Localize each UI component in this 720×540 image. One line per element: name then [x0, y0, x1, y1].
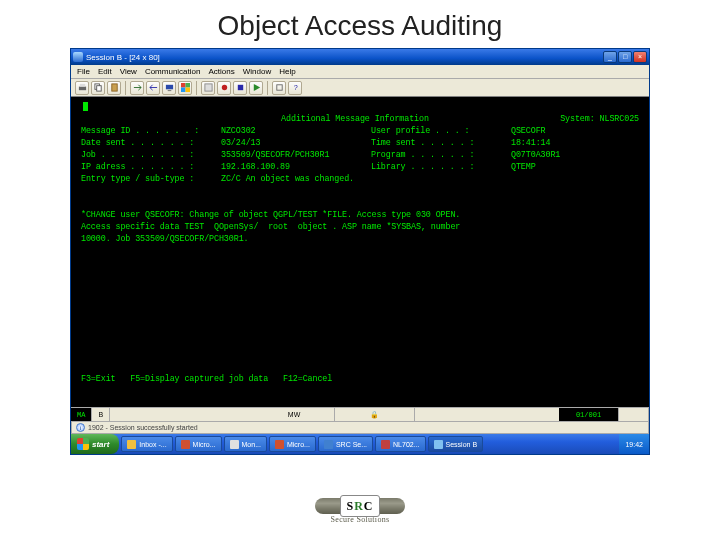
- datesent-label: Date sent . . . . . . :: [81, 137, 221, 149]
- toolbar-play-icon[interactable]: [249, 81, 263, 95]
- svg-point-12: [221, 85, 226, 90]
- oaa-statusbar: MA B MW 🔒 01/001: [71, 407, 649, 421]
- taskbar-item-3[interactable]: Mon...: [224, 436, 267, 452]
- svg-rect-1: [79, 84, 84, 87]
- info-icon: i: [76, 423, 85, 432]
- menu-help[interactable]: Help: [275, 67, 299, 76]
- menubar: File Edit View Communication Actions Win…: [71, 65, 649, 79]
- library-label: Library . . . . . . :: [371, 161, 511, 173]
- function-keys: F3=Exit F5=Display captured job data F12…: [81, 373, 639, 385]
- taskbar-item-6[interactable]: NL702...: [375, 436, 425, 452]
- svg-rect-5: [165, 85, 172, 90]
- toolbar-print-icon[interactable]: [75, 81, 89, 95]
- svg-rect-6: [167, 90, 171, 91]
- menu-actions[interactable]: Actions: [204, 67, 238, 76]
- toolbar-send-icon[interactable]: [130, 81, 144, 95]
- tray-clock: 19:42: [625, 441, 643, 448]
- svg-rect-4: [111, 84, 116, 91]
- ipaddress-label: IP adress . . . . . . :: [81, 161, 221, 173]
- timesent-label: Time sent . . . . . :: [371, 137, 511, 149]
- start-label: start: [92, 440, 109, 449]
- logo-r: R: [354, 499, 364, 514]
- svg-rect-9: [181, 88, 186, 93]
- menu-communication[interactable]: Communication: [141, 67, 205, 76]
- toolbar-config-icon[interactable]: [272, 81, 286, 95]
- svg-rect-11: [204, 84, 211, 91]
- screen-title: Additional Message Information: [221, 113, 489, 125]
- system-label: System:: [560, 114, 594, 124]
- status-mw: MW: [255, 408, 335, 421]
- taskbar: start Inbox -... Micro... Mon... Micro..…: [71, 434, 649, 454]
- menu-file[interactable]: File: [73, 67, 94, 76]
- svg-rect-10: [185, 88, 190, 93]
- msgid-value: NZCO302: [221, 125, 371, 137]
- system-tray[interactable]: 19:42: [619, 434, 649, 454]
- entrytype-label: Entry type / sub-type :: [81, 173, 221, 185]
- message-bar: i 1902 - Session successfully started: [71, 421, 649, 434]
- maximize-button[interactable]: □: [618, 51, 632, 63]
- status-b: B: [92, 408, 110, 421]
- job-label: Job . . . . . . . . . :: [81, 149, 221, 161]
- cursor-icon: [83, 102, 88, 111]
- svg-rect-13: [237, 85, 242, 90]
- taskbar-item-1[interactable]: Inbox -...: [121, 436, 172, 452]
- start-button[interactable]: start: [71, 434, 119, 454]
- toolbar-paste-icon[interactable]: [107, 81, 121, 95]
- task-label: Micro...: [193, 441, 216, 448]
- entrytype-value: ZC/C An object was changed.: [221, 173, 354, 185]
- svg-text:?: ?: [293, 83, 297, 92]
- task-label: Inbox -...: [139, 441, 166, 448]
- toolbar-stop-icon[interactable]: [233, 81, 247, 95]
- message-text: 1902 - Session successfully started: [88, 424, 198, 431]
- menu-window[interactable]: Window: [239, 67, 275, 76]
- system-value: NLSRC025: [600, 114, 639, 124]
- minimize-button[interactable]: _: [603, 51, 617, 63]
- taskbar-item-4[interactable]: Micro...: [269, 436, 316, 452]
- task-label: Mon...: [242, 441, 261, 448]
- job-value: 353509/QSECOFR/PCH30R1: [221, 149, 371, 161]
- logo-s: S: [346, 499, 354, 514]
- toolbar-receive-icon[interactable]: [146, 81, 160, 95]
- program-value: Q07T0A30R1: [511, 149, 639, 161]
- toolbar-help-icon[interactable]: ?: [288, 81, 302, 95]
- menu-edit[interactable]: Edit: [94, 67, 116, 76]
- app-icon: [73, 52, 83, 62]
- toolbar-color-icon[interactable]: [178, 81, 192, 95]
- datesent-value: 03/24/13: [221, 137, 371, 149]
- msg-body-line1: *CHANGE user QSECOFR: Change of object Q…: [81, 209, 639, 221]
- toolbar-display-icon[interactable]: [162, 81, 176, 95]
- svg-rect-7: [181, 83, 186, 88]
- window-title: Session B - [24 x 80]: [86, 53, 603, 62]
- ipaddress-value: 192.168.100.89: [221, 161, 371, 173]
- status-ma: MA: [71, 408, 92, 421]
- terminal-screen[interactable]: Additional Message Information System: N…: [71, 97, 649, 407]
- svg-rect-0: [78, 87, 85, 91]
- menu-view[interactable]: View: [116, 67, 141, 76]
- library-value: QTEMP: [511, 161, 639, 173]
- msg-body-line2: Access specific data TEST QOpenSys/ root…: [81, 221, 639, 233]
- taskbar-item-7[interactable]: Session B: [428, 436, 484, 452]
- taskbar-item-2[interactable]: Micro...: [175, 436, 222, 452]
- userprofile-value: QSECOFR: [511, 125, 639, 137]
- msg-body-line3: 10000. Job 353509/QSECOFR/PCH30R1.: [81, 233, 639, 245]
- task-label: Micro...: [287, 441, 310, 448]
- taskbar-item-5[interactable]: SRC Se...: [318, 436, 373, 452]
- svg-rect-14: [276, 85, 281, 90]
- close-button[interactable]: ×: [633, 51, 647, 63]
- toolbar: ?: [71, 79, 649, 97]
- toolbar-copy-icon[interactable]: [91, 81, 105, 95]
- logo-c: C: [364, 499, 374, 514]
- task-label: Session B: [446, 441, 478, 448]
- svg-rect-3: [96, 86, 101, 91]
- src-logo: SRC Secure Solutions: [315, 498, 405, 524]
- program-label: Program . . . . . . :: [371, 149, 511, 161]
- userprofile-label: User profile . . . :: [371, 125, 511, 137]
- msgid-label: Message ID . . . . . . :: [81, 125, 221, 137]
- status-lock-icon: 🔒: [335, 408, 415, 421]
- toolbar-map-icon[interactable]: [201, 81, 215, 95]
- svg-rect-8: [185, 83, 190, 88]
- titlebar[interactable]: Session B - [24 x 80] _ □ ×: [71, 49, 649, 65]
- toolbar-record-icon[interactable]: [217, 81, 231, 95]
- timesent-value: 18:41:14: [511, 137, 639, 149]
- terminal-window: Session B - [24 x 80] _ □ × File Edit Vi…: [70, 48, 650, 455]
